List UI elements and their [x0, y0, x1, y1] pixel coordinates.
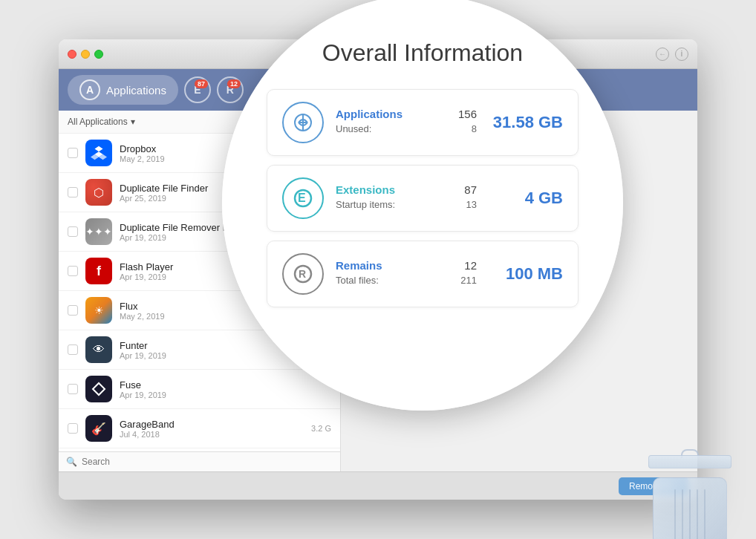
filter-label: All Applications: [68, 117, 128, 127]
applications-tab-label: Applications: [106, 84, 166, 97]
main-window: App Cleaner & Uni... ← i A Applications …: [59, 39, 697, 500]
svg-text:E: E: [298, 192, 306, 204]
extensions-main-row: Extensions 87: [336, 183, 477, 196]
trash-can: [638, 440, 742, 539]
remains-main-row: Remains 12: [336, 259, 477, 272]
app-icon: ⬡: [85, 179, 112, 206]
app-icon: ☀: [85, 297, 112, 324]
app-icon: ✦✦✦: [85, 218, 112, 245]
app-info: Fuse Apr 19, 2019: [120, 379, 331, 399]
app-checkbox[interactable]: [68, 305, 78, 316]
unused-label: Unused:: [336, 123, 371, 134]
back-icon[interactable]: ←: [656, 48, 669, 61]
trash-lines: [674, 489, 706, 539]
tab-remains[interactable]: R 12: [217, 76, 244, 103]
app-icon: 👁: [85, 336, 112, 363]
bottom-bar: Remove S...: [59, 471, 697, 500]
extensions-sub-row: Startup items: 13: [336, 199, 477, 210]
svg-text:R: R: [299, 268, 306, 280]
tab-applications[interactable]: A Applications: [68, 75, 178, 105]
unused-count: 8: [472, 123, 477, 134]
extensions-size: 4 GB: [489, 189, 563, 208]
close-button[interactable]: [68, 50, 76, 59]
applications-sub-row: Unused: 8: [336, 123, 477, 134]
app-date: Apr 19, 2019: [120, 391, 331, 399]
list-item[interactable]: 🎸 GarageBand Jul 4, 2018 3.2 G: [59, 409, 340, 448]
app-checkbox[interactable]: [68, 344, 78, 355]
startup-count: 13: [466, 199, 477, 210]
overall-info-panel: Overall Information Applications 156 U: [222, 0, 623, 411]
total-files-label: Total files:: [336, 275, 379, 286]
app-checkbox[interactable]: [68, 266, 78, 276]
applications-label: Applications: [336, 108, 403, 120]
app-icon: [85, 376, 112, 402]
app-icon: 🎸: [85, 415, 112, 442]
applications-count: 156: [458, 108, 477, 120]
overall-info-title: Overall Information: [322, 39, 523, 67]
applications-size: 31.58 GB: [489, 113, 563, 132]
filter-chevron-icon: ▾: [131, 117, 135, 127]
app-checkbox[interactable]: [68, 148, 78, 158]
app-checkbox[interactable]: [68, 423, 78, 434]
remains-size: 100 MB: [489, 264, 563, 284]
search-icon: 🔍: [66, 457, 77, 467]
remains-card-icon: R: [282, 253, 324, 295]
startup-label: Startup items:: [336, 199, 395, 210]
extensions-badge: 87: [195, 79, 208, 88]
filter-dropdown[interactable]: All Applications ▾: [68, 117, 135, 127]
applications-card-details: Applications 156 Unused: 8: [336, 108, 477, 137]
applications-tab-icon: A: [79, 79, 100, 100]
applications-info-card: Applications 156 Unused: 8 31.58 GB: [267, 89, 579, 156]
applications-main-row: Applications 156: [336, 108, 477, 120]
extensions-info-card: E Extensions 87 Startup items: 13 4 GB: [267, 165, 579, 232]
app-name: GarageBand: [120, 419, 304, 430]
remains-sub-row: Total files: 211: [336, 275, 477, 286]
traffic-lights: [68, 50, 103, 59]
remains-badge: 12: [227, 79, 241, 88]
app-icon: [85, 140, 112, 166]
total-files-count: 211: [460, 275, 477, 286]
minimize-button[interactable]: [81, 50, 90, 59]
trash-body: [653, 477, 727, 539]
search-input[interactable]: [82, 457, 333, 467]
list-item[interactable]: Fuse Apr 19, 2019: [59, 370, 340, 409]
app-size: 3.2 G: [311, 424, 331, 433]
svg-marker-0: [93, 383, 105, 395]
app-checkbox[interactable]: [68, 226, 78, 237]
remains-count: 12: [464, 259, 477, 272]
extensions-label: Extensions: [336, 183, 395, 196]
tab-extensions[interactable]: E 87: [184, 76, 211, 103]
app-date: Jul 4, 2018: [120, 430, 304, 439]
app-checkbox[interactable]: [68, 187, 78, 197]
remains-label: Remains: [336, 259, 382, 272]
app-icon: f: [85, 258, 112, 284]
maximize-button[interactable]: [94, 50, 103, 59]
app-checkbox[interactable]: [68, 384, 78, 394]
applications-card-icon: [282, 102, 324, 143]
titlebar-actions: ← i: [656, 48, 688, 61]
remains-info-card: R Remains 12 Total files: 211 100 MB: [267, 241, 579, 307]
extensions-card-details: Extensions 87 Startup items: 13: [336, 183, 477, 213]
search-bar: 🔍: [59, 451, 340, 471]
app-info: GarageBand Jul 4, 2018: [120, 419, 304, 439]
remains-card-details: Remains 12 Total files: 211: [336, 259, 477, 289]
trash-lid: [648, 455, 731, 468]
extensions-count: 87: [464, 183, 477, 196]
info-icon[interactable]: i: [675, 48, 688, 61]
app-name: Fuse: [120, 379, 331, 391]
extensions-card-icon: E: [282, 177, 324, 219]
